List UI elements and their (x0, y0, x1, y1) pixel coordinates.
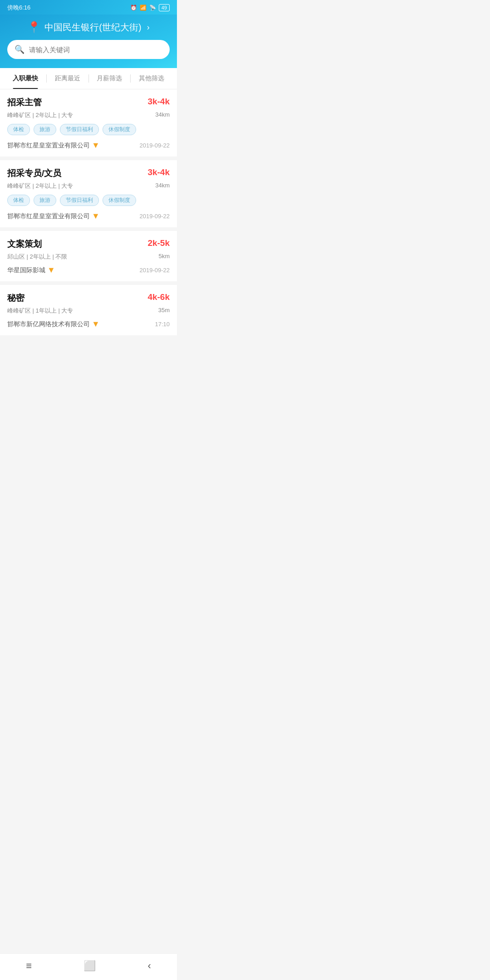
job-card-job4[interactable]: 秘密 4k-6k 峰峰矿区 | 1年以上 | 大专 35m 邯郸市新亿网络技术有… (0, 285, 177, 335)
job-title: 招采主管 (7, 97, 42, 108)
job-tag: 体检 (7, 124, 30, 135)
job-card-job1[interactable]: 招采主管 3k-4k 峰峰矿区 | 2年以上 | 大专 34km 体检旅游节假日… (0, 89, 177, 157)
job-title: 招采专员/文员 (7, 167, 61, 179)
job-tag: 体检 (7, 195, 30, 206)
job-tag: 休假制度 (103, 195, 136, 206)
filter-tab-fastest[interactable]: 入职最快 (5, 68, 46, 89)
job-tag: 旅游 (34, 124, 56, 135)
job-distance: 5km (158, 253, 170, 261)
job-date: 2019-09-22 (140, 142, 170, 149)
job-tags: 体检旅游节假日福利休假制度 (7, 195, 170, 206)
job-tag: 旅游 (34, 195, 56, 206)
job-header: 招采专员/文员 3k-4k (7, 167, 170, 179)
job-distance: 34km (155, 111, 170, 119)
job-tags: 体检旅游节假日福利休假制度 (7, 124, 170, 135)
job-details: 峰峰矿区 | 2年以上 | 大专 (7, 111, 73, 119)
signal-icon: 📶 (140, 5, 147, 11)
search-icon: 🔍 (15, 44, 24, 54)
job-date: 2019-09-22 (140, 213, 170, 220)
job-tag: 节假日福利 (60, 195, 99, 206)
status-bar: 傍晚6:16 ⏰ 📶 📡 49 (0, 0, 177, 15)
location-icon: 📍 (27, 21, 41, 34)
job-header: 秘密 4k-6k (7, 292, 170, 304)
job-date: 17:10 (155, 321, 170, 328)
verified-icon: ▼ (92, 211, 100, 221)
job-tag: 节假日福利 (60, 124, 99, 135)
job-salary: 3k-4k (147, 97, 170, 107)
job-card-job3[interactable]: 文案策划 2k-5k 邱山区 | 2年以上 | 不限 5km 华星国际影城 ▼ … (0, 231, 177, 281)
company-name: 华星国际影城 ▼ (7, 265, 55, 275)
job-tag: 休假制度 (103, 124, 136, 135)
company-name: 邯郸市红星皇室置业有限公司 ▼ (7, 211, 100, 221)
company-label: 邯郸市红星皇室置业有限公司 (7, 212, 90, 220)
job-header: 招采主管 3k-4k (7, 97, 170, 108)
filter-tab-salary[interactable]: 月薪筛选 (89, 68, 131, 89)
job-details: 峰峰矿区 | 1年以上 | 大专 (7, 307, 73, 315)
job-header: 文案策划 2k-5k (7, 238, 170, 250)
location-label: 中国民生银行(世纪大街) (44, 21, 141, 34)
status-icons: ⏰ 📶 📡 49 (130, 4, 170, 11)
job-meta: 邱山区 | 2年以上 | 不限 5km (7, 253, 170, 261)
filter-tab-other[interactable]: 其他筛选 (131, 68, 172, 89)
header: 📍 中国民生银行(世纪大街) › 🔍 (0, 15, 177, 68)
job-salary: 2k-5k (147, 238, 170, 248)
job-meta: 峰峰矿区 | 1年以上 | 大专 35m (7, 307, 170, 315)
job-distance: 34km (155, 182, 170, 190)
alarm-icon: ⏰ (130, 5, 137, 11)
job-footer: 邯郸市红星皇室置业有限公司 ▼ 2019-09-22 (7, 211, 170, 221)
job-card-job2[interactable]: 招采专员/文员 3k-4k 峰峰矿区 | 2年以上 | 大专 34km 体检旅游… (0, 160, 177, 227)
job-meta: 峰峰矿区 | 2年以上 | 大专 34km (7, 182, 170, 190)
chevron-right-icon: › (147, 23, 150, 32)
job-distance: 35m (158, 307, 170, 315)
job-meta: 峰峰矿区 | 2年以上 | 大专 34km (7, 111, 170, 119)
company-label: 邯郸市新亿网络技术有限公司 (7, 320, 90, 328)
job-title: 文案策划 (7, 238, 42, 250)
job-salary: 4k-6k (147, 292, 170, 302)
filter-tabs: 入职最快 距离最近 月薪筛选 其他筛选 (0, 68, 177, 89)
location-row[interactable]: 📍 中国民生银行(世纪大街) › (27, 21, 149, 34)
search-bar[interactable]: 🔍 (7, 40, 170, 59)
status-time: 傍晚6:16 (7, 4, 30, 12)
job-details: 邱山区 | 2年以上 | 不限 (7, 253, 67, 261)
company-name: 邯郸市新亿网络技术有限公司 ▼ (7, 319, 100, 329)
verified-icon: ▼ (92, 319, 100, 329)
job-list: 招采主管 3k-4k 峰峰矿区 | 2年以上 | 大专 34km 体检旅游节假日… (0, 89, 177, 335)
battery-icon: 49 (159, 4, 170, 11)
job-details: 峰峰矿区 | 2年以上 | 大专 (7, 182, 73, 190)
wifi-icon: 📡 (149, 5, 156, 11)
job-salary: 3k-4k (147, 167, 170, 177)
job-footer: 邯郸市新亿网络技术有限公司 ▼ 17:10 (7, 319, 170, 329)
company-name: 邯郸市红星皇室置业有限公司 ▼ (7, 141, 100, 150)
job-footer: 华星国际影城 ▼ 2019-09-22 (7, 265, 170, 275)
job-footer: 邯郸市红星皇室置业有限公司 ▼ 2019-09-22 (7, 141, 170, 150)
company-label: 华星国际影城 (7, 266, 45, 274)
search-input[interactable] (29, 46, 162, 54)
company-label: 邯郸市红星皇室置业有限公司 (7, 142, 90, 150)
job-title: 秘密 (7, 292, 24, 304)
verified-icon: ▼ (47, 265, 55, 275)
job-date: 2019-09-22 (140, 267, 170, 274)
verified-icon: ▼ (92, 141, 100, 150)
filter-tab-nearest[interactable]: 距离最近 (47, 68, 88, 89)
